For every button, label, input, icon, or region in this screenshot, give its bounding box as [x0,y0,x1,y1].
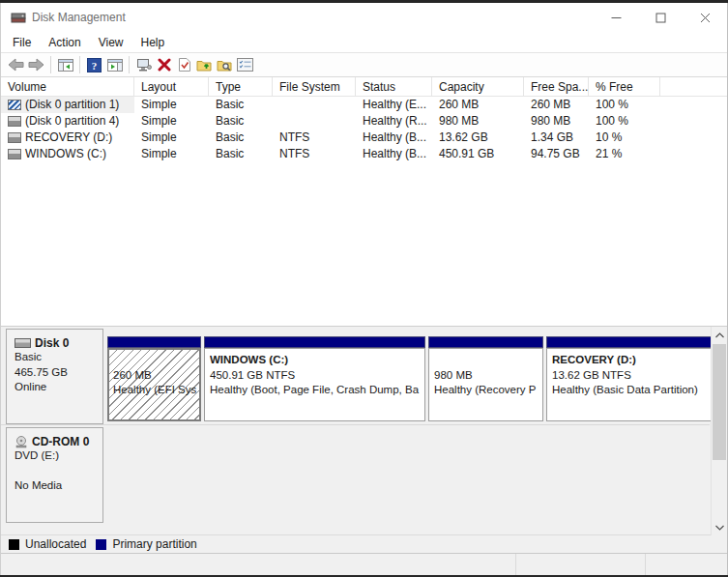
status-cell: Healthy (B... [356,146,432,162]
partition-size: 260 MB [113,368,199,384]
column-header-capacity[interactable]: Capacity [432,77,524,96]
volume-icon [8,149,21,159]
volume-icon [8,132,21,143]
check-file-system-icon[interactable] [174,54,194,75]
volume-name: WINDOWS (C:) [25,146,106,162]
volume-row-disk0-partition1[interactable]: (Disk 0 partition 1) Simple Basic Health… [1,97,727,113]
type-cell: Basic [209,113,273,130]
menu-bar: File Action View Help [1,32,727,52]
partition-efi-260mb[interactable]: 260 MB Healthy (EFI Sys [107,336,201,421]
svg-text:?: ? [92,59,98,71]
menu-action[interactable]: Action [40,34,89,51]
status-cell: Healthy (B... [356,130,432,146]
partition-status: Healthy (Basic Data Partition) [552,383,711,398]
cdrom0-name: CD-ROM 0 [32,435,89,448]
column-header-free-space[interactable]: Free Spa... [524,77,589,96]
open-folder-icon[interactable] [194,54,215,75]
column-header-file-system[interactable]: File System [273,77,356,96]
partition-status: Healthy (Recovery P [434,383,542,398]
show-console-tree-icon[interactable] [55,54,75,75]
capacity-cell: 260 MB [432,97,524,113]
menu-view[interactable]: View [90,34,132,51]
file-system-cell [273,113,356,130]
layout-cell: Simple [134,113,209,130]
volume-row-windows-c[interactable]: WINDOWS (C:) Simple Basic NTFS Healthy (… [1,146,727,162]
legend-primary-partition: Primary partition [96,537,196,551]
scrollbar-thumb[interactable] [713,344,726,460]
partition-label [434,353,542,368]
window-title: Disk Management [32,11,126,24]
disk-management-app-icon [11,10,26,25]
scroll-down-icon[interactable] [712,519,727,535]
explore-icon[interactable] [215,54,235,75]
delete-volume-icon[interactable] [154,54,174,75]
volume-icon [8,116,21,127]
disk0-panel[interactable]: Disk 0 Basic 465.75 GB Online [6,329,103,424]
partition-recovery-980mb[interactable]: 980 MB Healthy (Recovery P [428,336,543,421]
toolbar-separator [79,56,80,73]
pct-free-cell: 21 % [589,146,660,162]
disk0-partitions: 260 MB Healthy (EFI Sys WINDOWS (C:) 450… [107,329,710,424]
primary-partition-stripe [204,336,425,348]
forward-icon[interactable] [26,54,46,75]
layout-cell: Simple [134,146,209,162]
volume-row-recovery-d[interactable]: RECOVERY (D:) Simple Basic NTFS Healthy … [1,130,727,146]
column-header-filler [660,77,727,96]
pct-free-cell: 100 % [589,113,660,130]
volume-name: (Disk 0 partition 4) [25,113,119,130]
status-cell: Healthy (E... [356,97,432,113]
column-header-type[interactable]: Type [209,77,273,96]
column-header-status[interactable]: Status [356,77,432,96]
volume-row-disk0-partition4[interactable]: (Disk 0 partition 4) Simple Basic Health… [1,113,727,130]
back-icon[interactable] [6,54,26,75]
disk-row-separator [1,424,710,425]
disk-icon [15,338,31,348]
help-icon[interactable]: ? [84,54,104,75]
close-button[interactable] [683,3,727,32]
volume-list: Volume Layout Type File System Status Ca… [1,77,727,326]
legend-unallocated: Unallocated [9,537,86,551]
partition-recovery-d[interactable]: RECOVERY (D:) 13.62 GB NTFS Healthy (Bas… [546,336,712,421]
maximize-button[interactable] [638,3,683,32]
vertical-scrollbar[interactable] [711,327,727,535]
free-space-cell: 1.34 GB [524,130,589,146]
toolbar-separator [129,56,130,73]
status-bar [1,553,727,575]
disk0-status: Online [15,380,102,395]
status-segment [1,554,516,575]
capacity-cell: 980 MB [432,113,524,130]
cdrom0-panel[interactable]: CD-ROM 0 DVD (E:) No Media [6,427,103,523]
cdrom0-media-status: No Media [15,478,102,494]
primary-partition-stripe [107,336,201,348]
view-settings-icon[interactable] [235,54,255,75]
disk-graphical-view: Disk 0 Basic 465.75 GB Online 260 MB Hea… [1,326,727,534]
status-cell: Healthy (R... [356,113,432,130]
properties-icon[interactable] [133,54,154,75]
file-system-cell [273,97,356,113]
minimize-button[interactable] [594,3,638,32]
column-header-layout[interactable]: Layout [134,77,209,96]
unallocated-swatch [9,539,19,550]
toolbar-separator [50,56,51,73]
column-header-pct-free[interactable]: % Free [589,77,660,96]
pct-free-cell: 10 % [589,130,660,146]
menu-help[interactable]: Help [132,34,174,51]
show-action-pane-icon[interactable] [104,54,125,75]
type-cell: Basic [209,130,273,146]
menu-file[interactable]: File [4,34,40,51]
scroll-up-icon[interactable] [712,327,727,343]
partition-size: 980 MB [434,368,542,384]
partition-windows-c[interactable]: WINDOWS (C:) 450.91 GB NTFS Healthy (Boo… [204,336,425,421]
capacity-cell: 13.62 GB [432,130,524,146]
legend-label: Primary partition [112,537,196,551]
capacity-cell: 450.91 GB [432,146,524,162]
volume-list-header: Volume Layout Type File System Status Ca… [1,77,727,97]
free-space-cell: 980 MB [524,113,589,130]
column-header-volume[interactable]: Volume [1,77,134,96]
type-cell: Basic [209,146,273,162]
disk0-size: 465.75 GB [15,365,102,381]
partition-status: Healthy (Boot, Page File, Crash Dump, Ba [210,383,424,398]
status-segment [516,554,646,575]
disk0-name: Disk 0 [35,336,69,350]
disk-management-window: Disk Management File Action View Help [0,3,728,575]
